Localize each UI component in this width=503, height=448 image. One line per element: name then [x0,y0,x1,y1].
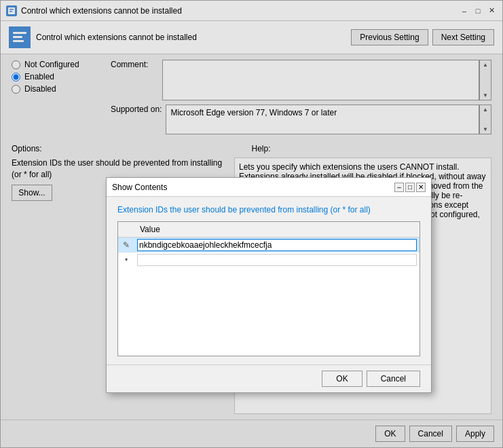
modal-body: Extension IDs the user should be prevent… [107,197,431,365]
row-bullet-icon: • [118,253,134,267]
modal-title: Show Contents [112,183,167,192]
modal-overlay: Show Contents – □ ✕ Extension IDs the us… [1,1,502,447]
modal-table: Value ✎ • [118,222,420,356]
table-value-header: Value [134,222,420,238]
table-row-empty[interactable]: • [118,253,420,267]
main-window: Control which extensions cannot be insta… [0,0,503,448]
modal-ok-button[interactable]: OK [322,371,362,387]
table-cell-value[interactable] [134,238,420,253]
value-input-1[interactable] [137,239,417,251]
modal-cancel-button[interactable]: Cancel [367,371,420,387]
value-input-2[interactable] [137,254,417,266]
table-cell-empty[interactable] [134,253,420,267]
table-row-num-header [118,222,134,238]
modal-title-bar: Show Contents – □ ✕ [107,178,431,197]
modal-close-button[interactable]: ✕ [416,183,426,192]
row-edit-icon: ✎ [118,238,134,253]
show-contents-dialog: Show Contents – □ ✕ Extension IDs the us… [106,177,432,393]
modal-description: Extension IDs the user should be prevent… [117,205,420,214]
modal-table-wrapper: Value ✎ • [117,221,420,356]
modal-minimize-button[interactable]: – [394,183,404,192]
table-empty-space [118,267,420,356]
modal-controls: – □ ✕ [394,183,426,192]
table-row[interactable]: ✎ [118,238,420,253]
modal-footer: OK Cancel [107,365,431,392]
modal-maximize-button[interactable]: □ [405,183,415,192]
